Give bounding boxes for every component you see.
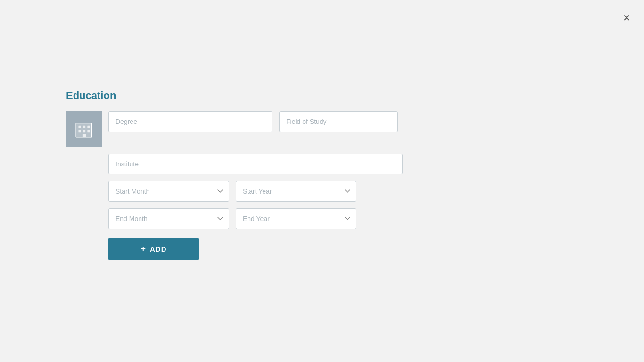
start-date-row: Start Month January February March April… <box>66 181 403 202</box>
start-year-select[interactable]: Start Year 2024 2023 2022 2021 2020 2019… <box>236 181 356 202</box>
svg-rect-7 <box>87 130 90 132</box>
end-date-row: End Month January February March April M… <box>66 208 403 229</box>
degree-input[interactable] <box>108 111 272 132</box>
svg-rect-8 <box>83 134 86 137</box>
start-month-select[interactable]: Start Month January February March April… <box>108 181 229 202</box>
svg-rect-6 <box>83 130 85 132</box>
end-month-select[interactable]: End Month January February March April M… <box>108 208 229 229</box>
section-title: Education <box>66 90 403 102</box>
svg-rect-5 <box>78 130 81 132</box>
svg-rect-2 <box>78 126 81 128</box>
institution-icon <box>66 111 102 147</box>
field-of-study-input[interactable] <box>279 111 398 132</box>
degree-field-row <box>108 111 398 132</box>
top-row <box>66 111 403 147</box>
end-selects-row: End Month January February March April M… <box>108 208 403 229</box>
add-button-label: ADD <box>150 245 167 253</box>
degree-fields-group <box>108 111 398 132</box>
add-button-row: + ADD <box>66 229 403 260</box>
end-year-select[interactable]: End Year 2024 2023 2022 2021 2020 2019 2… <box>236 208 356 229</box>
start-selects-row: Start Month January February March April… <box>108 181 403 202</box>
form-body: Start Month January February March April… <box>66 111 403 260</box>
institute-row <box>66 154 403 174</box>
building-svg-icon <box>74 119 94 139</box>
plus-icon: + <box>140 244 146 254</box>
education-form: Education <box>66 90 403 260</box>
institute-input[interactable] <box>108 154 403 174</box>
close-button[interactable]: ✕ <box>623 13 631 23</box>
svg-rect-4 <box>87 126 90 128</box>
svg-rect-3 <box>83 126 85 128</box>
add-button[interactable]: + ADD <box>108 238 199 260</box>
